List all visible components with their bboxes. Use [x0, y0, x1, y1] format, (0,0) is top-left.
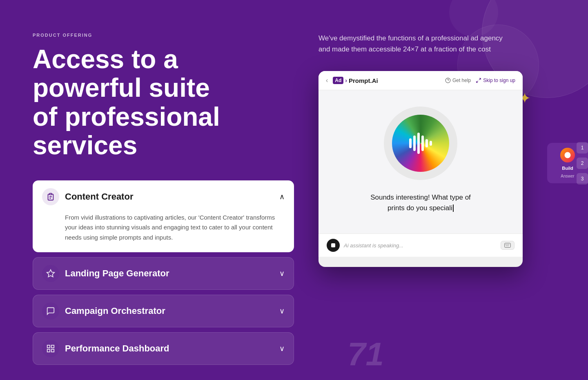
- right-column: We've demystified the functions of a pro…: [310, 33, 555, 365]
- side-panel-tabs: 1 2 3: [577, 142, 588, 184]
- left-column: PRODUCT OFFERING Access to a powerful su…: [33, 33, 310, 365]
- main-heading: Access to a powerful suite of profession…: [33, 45, 294, 160]
- accordion-item-campaign: Campaign Orchestrator ∨: [33, 295, 294, 327]
- ai-speaking-label: Ai assistant is speaking...: [344, 242, 497, 249]
- accordion-item-landing-page: Landing Page Generator ∨: [33, 257, 294, 290]
- side-panel-tab-3[interactable]: 3: [577, 173, 588, 184]
- accordion-title-campaign: Campaign Orchestrator: [65, 306, 274, 316]
- audio-bar-5: [425, 139, 428, 147]
- text-cursor: [453, 204, 454, 212]
- browser-help-button[interactable]: Get help: [445, 78, 471, 83]
- content-creator-icon: [42, 188, 59, 205]
- svg-marker-3: [47, 270, 54, 277]
- browser-window: ‹ Ad › Prompt.Ai Get help: [318, 71, 523, 267]
- audio-bar-1: [409, 138, 412, 148]
- svg-rect-7: [51, 349, 54, 352]
- accordion-header-landing-page[interactable]: Landing Page Generator ∨: [33, 258, 294, 289]
- right-description: We've demystified the functions of a pro…: [318, 33, 506, 55]
- browser-actions: Get help Skip to sign up: [445, 78, 515, 83]
- accordion-title-content-creator: Content Creator: [65, 191, 274, 202]
- svg-rect-10: [505, 243, 511, 248]
- accordion-item-performance: Performance Dashboard ∨: [33, 332, 294, 365]
- stop-icon: [331, 243, 335, 247]
- performance-icon: [42, 340, 59, 357]
- accordion-title-performance: Performance Dashboard: [65, 343, 274, 354]
- accordion-item-content-creator: Content Creator ∧ From vivid illustratio…: [33, 180, 294, 252]
- campaign-icon: [42, 302, 59, 320]
- accordion-chevron-campaign: ∨: [279, 307, 285, 316]
- accordion-body-content-creator: From vivid illustrations to captivating …: [33, 213, 294, 252]
- audio-circle-inner: [392, 115, 449, 172]
- keyboard-icon[interactable]: [501, 241, 514, 250]
- side-panel-icon: [560, 148, 575, 162]
- accordion-header-content-creator[interactable]: Content Creator ∧: [33, 181, 294, 213]
- audio-bar-6: [430, 141, 432, 146]
- audio-bar-4: [421, 136, 424, 151]
- accordion-chevron-content-creator: ∧: [279, 192, 285, 201]
- svg-point-18: [565, 152, 571, 158]
- audio-waveform: [409, 133, 432, 154]
- svg-rect-0: [49, 193, 52, 195]
- side-panel-tab-1[interactable]: 1: [577, 142, 588, 153]
- svg-rect-4: [47, 345, 50, 348]
- browser-body: Sounds interesting! What type of prints …: [318, 90, 523, 233]
- side-panel-tab-2[interactable]: 2: [577, 158, 588, 169]
- accordion-list: Content Creator ∧ From vivid illustratio…: [33, 180, 294, 365]
- svg-rect-6: [47, 349, 50, 352]
- browser-bar: ‹ Ad › Prompt.Ai Get help: [318, 71, 523, 90]
- browser-bottom-bar: Ai assistant is speaking...: [318, 233, 523, 257]
- section-label: PRODUCT OFFERING: [33, 33, 294, 38]
- audio-bar-2: [413, 136, 416, 151]
- browser-logo: Ad › Prompt.Ai: [333, 77, 378, 84]
- browser-logo-arrow: ›: [345, 77, 347, 84]
- browser-skip-button[interactable]: Skip to sign up: [476, 78, 515, 83]
- accordion-header-campaign[interactable]: Campaign Orchestrator ∨: [33, 295, 294, 327]
- landing-page-icon: [42, 265, 59, 282]
- browser-logo-name: Prompt.Ai: [349, 77, 378, 84]
- side-panel-subtitle: Answer: [561, 174, 574, 178]
- accordion-chevron-performance: ∨: [279, 344, 285, 353]
- browser-logo-ad: Ad: [333, 77, 343, 84]
- stop-button[interactable]: [327, 239, 340, 252]
- accordion-chevron-landing-page: ∨: [279, 269, 285, 278]
- side-panel-title: Build: [562, 166, 573, 171]
- accordion-title-landing-page: Landing Page Generator: [65, 268, 274, 279]
- svg-rect-5: [51, 345, 54, 348]
- chat-text: Sounds interesting! What type of prints …: [363, 192, 478, 213]
- side-panel-glimpse: Build Answer 1 2 3: [547, 143, 588, 183]
- audio-circle: [384, 107, 457, 180]
- accordion-header-performance[interactable]: Performance Dashboard ∨: [33, 333, 294, 364]
- browser-back-button[interactable]: ‹: [326, 77, 328, 84]
- audio-bar-3: [417, 133, 420, 154]
